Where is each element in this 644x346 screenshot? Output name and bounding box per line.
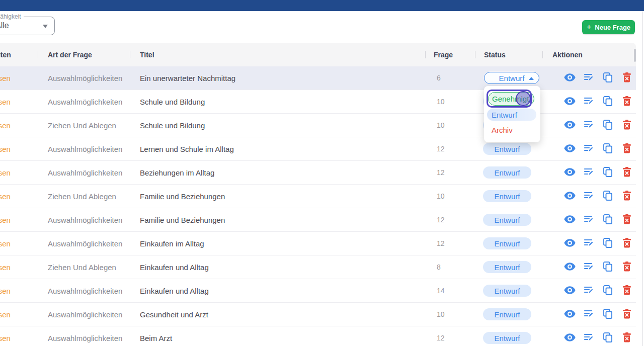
view-button[interactable]	[564, 332, 576, 344]
view-button[interactable]	[564, 308, 576, 320]
duplicate-button[interactable]	[602, 237, 614, 249]
edit-button[interactable]	[583, 285, 595, 297]
edit-icon	[584, 96, 594, 108]
trash-icon	[622, 285, 631, 297]
view-button[interactable]	[564, 285, 576, 297]
edit-button[interactable]	[583, 72, 595, 84]
question-count-cell: 12	[425, 334, 475, 342]
actions-group	[552, 166, 636, 179]
duplicate-button[interactable]	[602, 166, 614, 179]
title-cell: Einkaufen und Alltag	[130, 287, 425, 295]
copy-icon	[603, 238, 613, 249]
edit-button[interactable]	[583, 214, 595, 226]
edit-button[interactable]	[583, 119, 595, 131]
table-row: LesenZiehen Und AblegenEinkaufen und All…	[0, 255, 636, 279]
plus-icon: +	[587, 23, 591, 31]
delete-button[interactable]	[621, 72, 633, 84]
copy-icon	[603, 214, 613, 226]
title-cell: Beziehungen im Alltag	[130, 168, 425, 177]
delete-button[interactable]	[621, 96, 633, 108]
edit-button[interactable]	[583, 308, 595, 320]
status-pill-dropdown[interactable]: Entwurf	[483, 166, 531, 179]
duplicate-button[interactable]	[602, 214, 614, 226]
view-button[interactable]	[564, 166, 576, 179]
edit-icon	[584, 143, 594, 155]
question-count-cell: 12	[425, 168, 475, 177]
view-button[interactable]	[564, 143, 576, 155]
trash-icon	[622, 262, 631, 273]
delete-button[interactable]	[621, 308, 633, 320]
scrollbar-thumb[interactable]	[634, 49, 636, 62]
delete-button[interactable]	[621, 190, 633, 202]
question-type-cell: Auswahlmöglichkeiten	[38, 287, 130, 295]
table-row: LesenAuswahlmöglichkeitenEinkaufen und A…	[0, 279, 636, 303]
trash-icon	[622, 143, 631, 155]
edit-button[interactable]	[583, 166, 595, 179]
delete-button[interactable]	[621, 237, 633, 249]
trash-icon	[622, 309, 631, 320]
view-button[interactable]	[564, 119, 576, 131]
view-button[interactable]	[564, 237, 576, 249]
delete-button[interactable]	[621, 285, 633, 297]
eye-icon	[564, 168, 576, 178]
status-pill-label: Entwurf	[495, 192, 520, 201]
eye-icon	[564, 239, 576, 248]
question-count-cell: 12	[425, 239, 475, 247]
status-pill-dropdown[interactable]: Entwurf	[484, 72, 539, 84]
skill-filter-select[interactable]: Fähigkeit Alle	[0, 17, 55, 35]
skill-cell: Lesen	[0, 121, 38, 130]
delete-button[interactable]	[621, 166, 633, 179]
duplicate-button[interactable]	[602, 285, 614, 297]
duplicate-button[interactable]	[602, 119, 614, 131]
edit-icon	[584, 285, 594, 297]
status-pill-dropdown[interactable]: Entwurf	[483, 190, 531, 202]
delete-button[interactable]	[621, 214, 633, 226]
delete-button[interactable]	[621, 332, 633, 344]
edit-button[interactable]	[583, 261, 595, 273]
table-body: LesenAuswahlmöglichkeitenEin unerwartete…	[0, 66, 636, 346]
trash-icon	[622, 96, 631, 108]
status-pill-dropdown[interactable]: Entwurf	[483, 143, 531, 155]
view-button[interactable]	[564, 214, 576, 226]
duplicate-button[interactable]	[602, 72, 614, 84]
view-button[interactable]	[564, 72, 576, 84]
view-button[interactable]	[564, 190, 576, 202]
status-pill-dropdown[interactable]: Entwurf	[483, 261, 531, 273]
status-option-archive[interactable]: Archiv	[492, 124, 513, 135]
edit-icon	[584, 262, 594, 273]
edit-button[interactable]	[583, 143, 595, 155]
edit-button[interactable]	[583, 190, 595, 202]
status-pill-dropdown[interactable]: Entwurf	[483, 308, 531, 320]
edit-button[interactable]	[583, 332, 595, 344]
edit-icon	[584, 120, 594, 131]
duplicate-button[interactable]	[602, 96, 614, 108]
delete-button[interactable]	[621, 119, 633, 131]
status-pill-dropdown[interactable]: Entwurf	[483, 285, 531, 297]
duplicate-button[interactable]	[602, 308, 614, 320]
status-pill-dropdown[interactable]: Entwurf	[483, 332, 531, 344]
view-button[interactable]	[564, 96, 576, 108]
scrollbar-track	[642, 11, 643, 346]
eye-icon	[564, 286, 576, 296]
question-count-cell: 12	[425, 145, 475, 153]
delete-button[interactable]	[621, 143, 633, 155]
view-button[interactable]	[564, 261, 576, 273]
edit-button[interactable]	[583, 237, 595, 249]
status-option-approved[interactable]: Genehmigt	[488, 92, 534, 106]
status-pill-label: Entwurf	[499, 74, 525, 82]
eye-icon	[564, 333, 576, 343]
duplicate-button[interactable]	[602, 143, 614, 155]
new-question-button[interactable]: + Neue Frage	[582, 20, 635, 34]
table-row: LesenAuswahlmöglichkeitenEinkaufen im Al…	[0, 232, 636, 255]
eye-icon	[564, 310, 576, 319]
status-pill-dropdown[interactable]: Entwurf	[483, 237, 531, 249]
duplicate-button[interactable]	[602, 261, 614, 273]
trash-icon	[622, 332, 631, 344]
edit-button[interactable]	[583, 96, 595, 108]
status-option-draft[interactable]: Entwurf	[487, 109, 536, 121]
duplicate-button[interactable]	[602, 332, 614, 344]
duplicate-button[interactable]	[602, 190, 614, 202]
delete-button[interactable]	[621, 261, 633, 273]
status-pill-label: Entwurf	[495, 168, 520, 177]
status-pill-dropdown[interactable]: Entwurf	[483, 214, 531, 226]
